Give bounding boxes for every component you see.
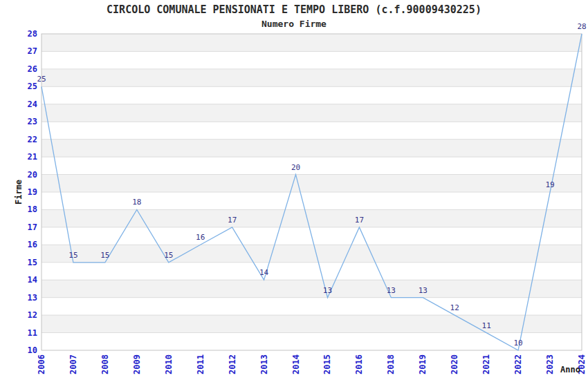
data-point-label: 15 bbox=[164, 251, 173, 260]
x-tick-label: 2009 bbox=[132, 354, 142, 374]
y-tick-label: 28 bbox=[28, 29, 37, 39]
grid-band bbox=[42, 280, 582, 297]
x-tick-label: 2012 bbox=[228, 354, 237, 374]
y-tick-label: 21 bbox=[28, 152, 37, 162]
y-tick-label: 12 bbox=[28, 310, 37, 320]
data-point-label: 13 bbox=[323, 286, 332, 295]
data-point-label: 13 bbox=[387, 286, 396, 295]
grid-band bbox=[42, 34, 582, 51]
y-tick-label: 10 bbox=[28, 345, 37, 355]
x-tick-label: 2006 bbox=[37, 354, 46, 374]
data-point-label: 17 bbox=[355, 216, 364, 225]
data-point-label: 16 bbox=[196, 233, 205, 242]
y-tick-label: 17 bbox=[28, 222, 37, 232]
y-tick-label: 27 bbox=[28, 46, 37, 56]
x-axis-title: Anno bbox=[560, 365, 580, 374]
chart-container: CIRCOLO COMUNALE PENSIONATI E TEMPO LIBE… bbox=[0, 0, 588, 380]
data-point-label: 11 bbox=[482, 321, 491, 330]
y-tick-label: 23 bbox=[28, 117, 37, 126]
grid-band bbox=[42, 209, 582, 227]
y-tick-label: 13 bbox=[28, 293, 37, 303]
data-point-label: 15 bbox=[100, 251, 109, 260]
data-point-label: 25 bbox=[37, 75, 46, 84]
data-point-label: 28 bbox=[577, 22, 586, 31]
grid-band bbox=[42, 175, 582, 192]
y-tick-label: 14 bbox=[28, 275, 37, 285]
y-tick-label: 18 bbox=[28, 205, 37, 214]
data-point-label: 19 bbox=[545, 180, 554, 189]
line-chart: 1011121314151617181920212223242526272820… bbox=[0, 0, 588, 380]
data-point-label: 12 bbox=[450, 303, 459, 312]
y-tick-label: 11 bbox=[28, 328, 37, 338]
x-tick-label: 2011 bbox=[196, 354, 205, 374]
grid-band bbox=[42, 315, 582, 332]
grid-band bbox=[42, 245, 582, 262]
data-point-label: 20 bbox=[291, 163, 300, 172]
x-tick-label: 2015 bbox=[322, 354, 332, 374]
data-point-label: 15 bbox=[68, 251, 77, 260]
x-tick-label: 2014 bbox=[291, 354, 301, 374]
x-tick-label: 2010 bbox=[164, 354, 174, 374]
x-tick-label: 2021 bbox=[481, 354, 491, 374]
x-tick-label: 2013 bbox=[259, 354, 269, 374]
y-tick-label: 20 bbox=[28, 170, 37, 180]
y-tick-label: 16 bbox=[28, 240, 37, 249]
x-tick-label: 2019 bbox=[418, 354, 428, 374]
data-point-label: 14 bbox=[259, 268, 269, 277]
y-axis-title: Firme bbox=[14, 180, 24, 205]
y-tick-label: 24 bbox=[28, 99, 37, 109]
x-tick-label: 2020 bbox=[450, 354, 459, 374]
y-tick-label: 19 bbox=[28, 187, 37, 197]
x-tick-label: 2007 bbox=[68, 354, 78, 374]
grid-band bbox=[42, 104, 582, 122]
x-tick-label: 2018 bbox=[386, 354, 396, 374]
y-tick-label: 15 bbox=[28, 258, 37, 267]
data-point-label: 17 bbox=[228, 216, 237, 225]
grid-band bbox=[42, 140, 582, 157]
y-tick-label: 26 bbox=[28, 64, 37, 74]
x-tick-label: 2022 bbox=[513, 354, 523, 374]
data-point-label: 13 bbox=[419, 286, 428, 295]
x-tick-label: 2008 bbox=[100, 354, 110, 374]
data-point-label: 18 bbox=[132, 198, 141, 207]
data-point-label: 10 bbox=[513, 339, 522, 348]
x-tick-label: 2016 bbox=[354, 354, 364, 374]
x-tick-label: 2023 bbox=[545, 354, 555, 374]
y-tick-label: 25 bbox=[28, 82, 37, 91]
y-tick-label: 22 bbox=[28, 135, 37, 144]
grid-band bbox=[42, 69, 582, 86]
